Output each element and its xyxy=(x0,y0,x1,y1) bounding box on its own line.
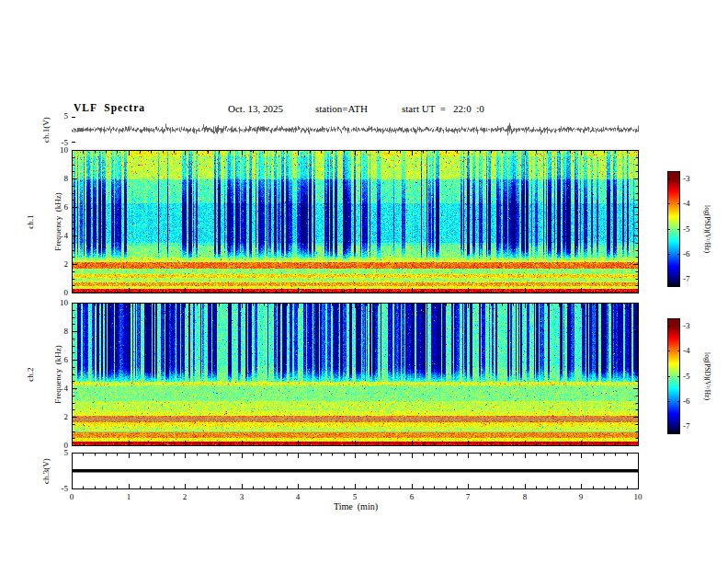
time-tick-label: 6 xyxy=(403,492,421,501)
ch1-spectrogram-ylabel-text: Frequency (kHz) xyxy=(53,192,63,250)
colorbar2-tick-label: -3 xyxy=(683,321,700,330)
ch2-colorbar xyxy=(667,318,680,434)
time-tick-label: 9 xyxy=(572,492,590,501)
ch1-colorbar xyxy=(667,171,680,287)
time-axis-label: Time (min) xyxy=(334,501,378,511)
spec2-ytick-label: 10 xyxy=(48,298,68,307)
ch2-spectrogram-ylabel-channel: ch.2 xyxy=(26,345,35,403)
start-ut-label: start UT = 22:0 :0 xyxy=(402,103,484,114)
ch3-wave-ylabel: ch.3(V) xyxy=(41,458,51,484)
ch1-spectrogram-ylabel: ch.1 Frequency (kHz) xyxy=(7,192,81,250)
ch1-spectrogram-ylabel-channel: ch.1 xyxy=(26,192,35,250)
spec1-ytick-label: 0 xyxy=(48,288,68,297)
colorbar1-tick-label: -7 xyxy=(683,274,700,283)
time-tick-label: 4 xyxy=(289,492,307,501)
colorbar1-tick-label: -3 xyxy=(683,174,700,183)
spec2-ytick-label: 2 xyxy=(48,412,68,421)
wave3-ytick-label: 5 xyxy=(48,448,68,457)
colorbar1-tick-label: -5 xyxy=(683,224,700,234)
spec1-ytick-label: 4 xyxy=(48,231,68,240)
colorbar2-tick-label: -7 xyxy=(683,421,700,431)
colorbar2-tick-label: -4 xyxy=(683,346,700,355)
colorbar1-tick-label: -4 xyxy=(683,199,700,208)
ch1-waveform-plot xyxy=(72,116,639,144)
spec1-ytick-label: 2 xyxy=(48,259,68,269)
ch2-spectrogram-ylabel: ch.2 Frequency (kHz) xyxy=(7,345,81,403)
figure-title: VLF Spectra xyxy=(74,102,145,113)
wave1-ytick-label: 5 xyxy=(48,111,68,121)
colorbar2-tick-label: -5 xyxy=(683,372,700,381)
ch3-waveform-plot xyxy=(72,453,639,489)
time-tick-label: 1 xyxy=(119,492,138,501)
figure-date: Oct. 13, 2025 xyxy=(228,103,283,114)
spec2-ytick-label: 6 xyxy=(48,355,68,364)
time-tick-label: 2 xyxy=(176,492,194,501)
time-tick-label: 10 xyxy=(629,492,647,501)
colorbar2-tick-label: -6 xyxy=(683,396,700,406)
wave1-ytick-label: -5 xyxy=(48,138,68,147)
spec2-ytick-label: 4 xyxy=(48,384,68,393)
spec1-ytick-label: 6 xyxy=(48,202,68,212)
time-tick-label: 3 xyxy=(233,492,251,501)
time-tick-label: 8 xyxy=(516,492,534,501)
time-tick-label: 7 xyxy=(459,492,477,501)
time-tick-label: 5 xyxy=(346,492,364,501)
spec2-ytick-label: 8 xyxy=(48,327,68,336)
ch1-spectrogram-plot xyxy=(72,150,639,293)
vlf-spectra-figure: VLF Spectra Oct. 13, 2025 station=ATH st… xyxy=(0,0,728,563)
wave3-ytick-label: -5 xyxy=(48,484,68,493)
ch2-spectrogram-ylabel-text: Frequency (kHz) xyxy=(53,345,63,403)
ch1-colorbar-label: log(PSD)(V²/Hz) xyxy=(703,205,711,253)
station-label: station=ATH xyxy=(315,103,368,114)
ch2-colorbar-label: log(PSD)(V²/Hz) xyxy=(703,352,711,400)
time-tick-label: 0 xyxy=(63,492,81,501)
colorbar1-tick-label: -6 xyxy=(683,249,700,259)
spec1-ytick-label: 8 xyxy=(48,174,68,183)
ch2-spectrogram-plot xyxy=(72,303,639,446)
